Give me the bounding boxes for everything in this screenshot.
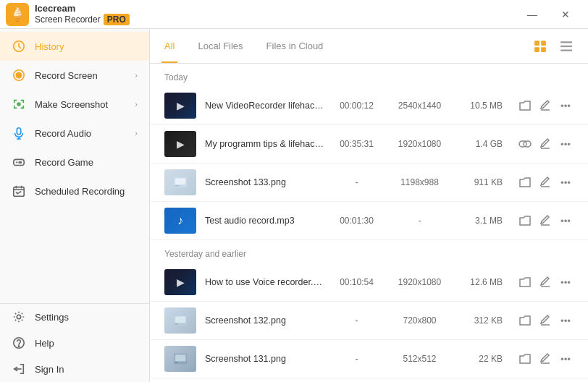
svg-rect-22 [534, 41, 539, 46]
minimize-button[interactable]: — [516, 3, 549, 26]
svg-point-20 [18, 346, 19, 347]
file-name: Screenshot 133.png [205, 177, 324, 187]
file-size: 312 KB [459, 315, 503, 326]
open-folder-button[interactable] [517, 274, 533, 290]
file-actions: ••• [517, 174, 574, 190]
pro-badge: PRO [104, 14, 130, 25]
file-actions: ••• [517, 313, 574, 328]
svg-rect-23 [541, 41, 546, 46]
svg-rect-26 [560, 41, 572, 43]
audio-icon [12, 126, 26, 140]
file-thumbnail: ♪ [164, 208, 196, 234]
file-size: 1.4 GB [459, 139, 503, 149]
file-resolution: 2540x1440 [389, 101, 450, 111]
more-options-button[interactable]: ••• [558, 351, 574, 367]
edit-button[interactable] [537, 136, 553, 152]
content-area: All Local Files Files in Cloud [150, 29, 588, 382]
sidebar-item-make-screenshot[interactable]: Make Screenshot › [0, 90, 149, 119]
svg-rect-39 [175, 323, 178, 325]
file-name: Screenshot 131.png [205, 354, 324, 364]
more-options-button[interactable]: ••• [558, 313, 574, 328]
sidebar-label-history: History [35, 41, 138, 52]
close-button[interactable]: ✕ [549, 3, 582, 26]
open-folder-button[interactable] [517, 174, 533, 190]
file-name: New VideoRecorder lifehacks.mp4 [205, 101, 324, 111]
file-thumbnail: ▶ [164, 131, 196, 157]
app-title-line2: Screen Recorder [35, 14, 101, 25]
more-options-button[interactable]: ••• [558, 98, 574, 114]
file-resolution: 1920x1080 [389, 277, 450, 287]
open-folder-button[interactable] [517, 313, 533, 328]
file-resolution: - [389, 216, 450, 226]
table-row[interactable]: ♪ Test audio record.mp3 00:01:30 - 3.1 M… [150, 202, 588, 240]
file-resolution: 512x512 [389, 354, 450, 364]
edit-button[interactable] [537, 351, 553, 367]
edit-button[interactable] [537, 174, 553, 190]
app-title-line1: Icecream [35, 3, 130, 14]
file-size: 22 KB [459, 354, 503, 364]
svg-rect-27 [560, 45, 572, 46]
file-name: Screenshot 132.png [205, 315, 324, 326]
list-view-button[interactable] [556, 36, 576, 56]
edit-button[interactable] [537, 213, 553, 229]
file-size: 3.1 MB [459, 216, 503, 226]
tab-local-files[interactable]: Local Files [195, 30, 245, 63]
sidebar-item-history[interactable]: History [0, 32, 149, 61]
edit-button[interactable] [537, 313, 553, 328]
svg-rect-32 [175, 178, 186, 184]
app-logo: 🍦 [6, 3, 29, 26]
edit-button[interactable] [537, 98, 553, 114]
sidebar-nav: History Record Screen › [0, 29, 149, 303]
edit-button[interactable] [537, 274, 553, 290]
more-options-button[interactable]: ••• [558, 136, 574, 152]
file-duration: 00:10:54 [333, 277, 380, 287]
sidebar-item-settings[interactable]: Settings [0, 304, 149, 330]
tab-files-in-cloud[interactable]: Files in Cloud [264, 30, 327, 63]
view-controls [530, 36, 576, 56]
table-row[interactable]: ▶ My programm tips & lifehacks.mp4 00:35… [150, 125, 588, 164]
svg-rect-43 [175, 362, 177, 363]
file-thumbnail [164, 307, 196, 334]
more-options-button[interactable]: ••• [558, 274, 574, 290]
svg-point-1 [16, 72, 22, 79]
file-actions: ••• [517, 274, 574, 290]
more-options-button[interactable]: ••• [558, 174, 574, 190]
sidebar: History Record Screen › [0, 29, 150, 382]
table-row[interactable]: ▶ New VideoRecorder lifehacks.mp4 00:00:… [150, 87, 588, 125]
file-resolution: 720x800 [389, 315, 450, 326]
help-icon [12, 336, 26, 350]
tab-all[interactable]: All [161, 30, 177, 63]
grid-view-button[interactable] [530, 36, 550, 56]
more-options-button[interactable]: ••• [558, 213, 574, 229]
app-branding: 🍦 Icecream Screen Recorder PRO [6, 3, 130, 26]
link-button[interactable] [517, 136, 533, 152]
svg-rect-4 [17, 128, 20, 135]
signin-icon [12, 362, 26, 376]
table-row[interactable]: Screenshot 131.png - 512x512 22 KB [150, 340, 588, 378]
table-row[interactable]: Screenshot 132.png - 720x800 312 KB [150, 302, 588, 340]
gear-icon [12, 310, 26, 324]
svg-rect-38 [175, 316, 186, 323]
open-folder-button[interactable] [517, 351, 533, 367]
file-duration: - [333, 354, 380, 364]
table-row[interactable]: Screenshot 133.png - 1198x988 911 KB [150, 164, 588, 202]
sidebar-item-record-screen[interactable]: Record Screen › [0, 61, 149, 90]
screenshot-icon [12, 97, 26, 111]
sidebar-label-help: Help [35, 338, 138, 349]
file-name: How to use Voice recorder.mp4 [205, 277, 324, 287]
open-folder-button[interactable] [517, 213, 533, 229]
open-folder-button[interactable] [517, 98, 533, 114]
titlebar: 🍦 Icecream Screen Recorder PRO — ✕ [0, 0, 588, 29]
svg-rect-25 [541, 47, 546, 52]
file-size: 10.5 MB [459, 101, 503, 111]
sidebar-item-record-game[interactable]: Record Game [0, 148, 149, 177]
sidebar-item-signin[interactable]: Sign In [0, 356, 149, 382]
file-duration: - [333, 177, 380, 187]
main-layout: History Record Screen › [0, 29, 588, 382]
table-row[interactable]: ▶ How to use Voice recorder.mp4 00:10:54… [150, 263, 588, 302]
sidebar-item-help[interactable]: Help [0, 330, 149, 356]
file-list: Today ▶ New VideoRecorder lifehacks.mp4 … [150, 64, 588, 382]
sidebar-item-scheduled[interactable]: Scheduled Recording [0, 177, 149, 205]
sidebar-item-record-audio[interactable]: Record Audio › [0, 119, 149, 148]
window-controls: — ✕ [516, 3, 582, 26]
